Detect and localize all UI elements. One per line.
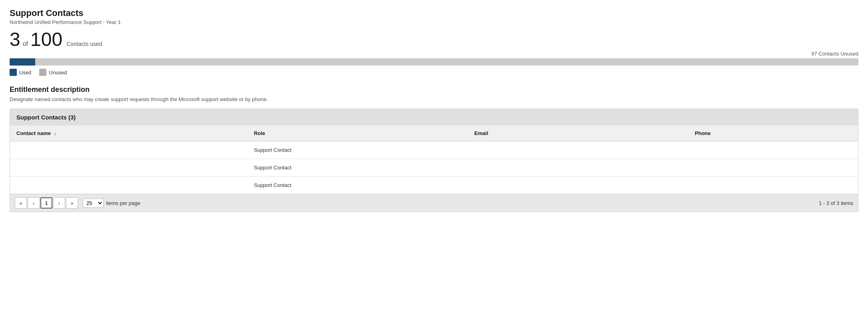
cell-phone: [688, 141, 858, 159]
pagination-bar: « ‹ 1 › » 25 50 100 items per page 1 - 3…: [10, 194, 858, 212]
cell-email: [468, 159, 688, 177]
table-section-header: Support Contacts (3): [10, 109, 858, 125]
unused-swatch: [39, 69, 46, 76]
entitlement-title: Entitlement description: [10, 85, 858, 94]
items-per-page-select[interactable]: 25 50 100: [83, 199, 104, 208]
used-swatch: [10, 69, 17, 76]
table-row: Support Contact: [10, 177, 858, 194]
first-page-button[interactable]: «: [15, 197, 27, 209]
progress-bar-container: [10, 58, 858, 66]
contacts-used-count: 3: [10, 30, 20, 49]
cell-phone: [688, 159, 858, 177]
table-body: Support ContactSupport ContactSupport Co…: [10, 141, 858, 194]
pagination-range-label: 1 - 3 of 3 items: [819, 200, 853, 206]
support-contacts-table: Contact name ↓ Role Email Phone Support …: [10, 125, 858, 194]
legend-used: Used: [10, 69, 31, 76]
legend-unused-label: Unused: [49, 70, 67, 76]
cell-contact-name: [10, 141, 247, 159]
cell-email: [468, 177, 688, 194]
of-label: of: [23, 40, 28, 48]
contacts-count-row: 3 of 100 Contacts used: [10, 30, 858, 49]
cell-contact-name: [10, 159, 247, 177]
legend-unused: Unused: [39, 69, 67, 76]
sort-arrow-icon: ↓: [54, 131, 56, 136]
items-per-page-label: items per page: [106, 200, 140, 206]
table-row: Support Contact: [10, 159, 858, 177]
progress-bar-fill: [10, 58, 35, 66]
entitlement-section: Entitlement description Designate named …: [10, 85, 858, 102]
support-contacts-table-container: Support Contacts (3) Contact name ↓ Role…: [10, 109, 858, 212]
cell-role: Support Contact: [247, 159, 468, 177]
last-page-button[interactable]: »: [66, 197, 78, 209]
cell-role: Support Contact: [247, 141, 468, 159]
col-phone: Phone: [688, 125, 858, 141]
cell-email: [468, 141, 688, 159]
page-title: Support Contacts: [10, 8, 858, 18]
next-page-button[interactable]: ›: [53, 197, 65, 209]
prev-page-button[interactable]: ‹: [28, 197, 40, 209]
cell-contact-name: [10, 177, 247, 194]
col-email: Email: [468, 125, 688, 141]
entitlement-description: Designate named contacts who may create …: [10, 96, 858, 102]
contacts-used-label: Contacts used: [66, 41, 102, 47]
current-page-button[interactable]: 1: [40, 197, 52, 209]
pagination-controls: « ‹ 1 › »: [15, 197, 78, 209]
unused-right-label: 97 Contacts Unused: [10, 51, 858, 57]
legend-used-label: Used: [19, 70, 31, 76]
legend-row: Used Unused: [10, 69, 858, 76]
col-role: Role: [247, 125, 468, 141]
cell-role: Support Contact: [247, 177, 468, 194]
cell-phone: [688, 177, 858, 194]
page-subtitle: Northwind Unified Performance Support - …: [10, 19, 858, 25]
table-row: Support Contact: [10, 141, 858, 159]
table-header-row: Contact name ↓ Role Email Phone: [10, 125, 858, 141]
items-per-page-control: 25 50 100 items per page: [83, 199, 140, 208]
col-contact-name[interactable]: Contact name ↓: [10, 125, 247, 141]
contacts-total-count: 100: [30, 30, 62, 49]
